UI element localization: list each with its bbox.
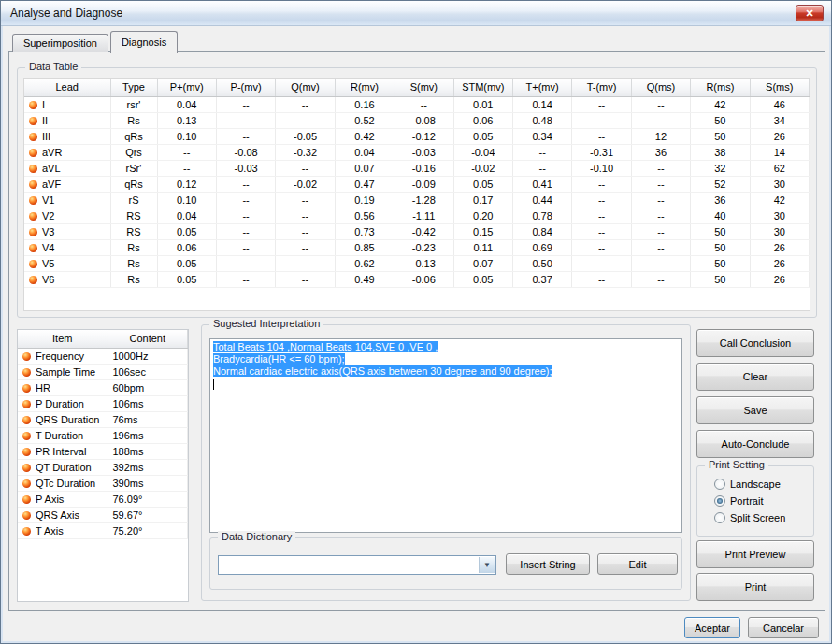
list-item[interactable]: T Duration 196ms	[18, 427, 188, 443]
tab-diagnosis[interactable]: Diagnosis	[110, 31, 178, 53]
print-option[interactable]: Portrait	[714, 494, 763, 507]
column-header[interactable]: Q(mv)	[276, 79, 335, 96]
table-row[interactable]: V2 RS 0.04 -- -- 0.56 -1.11 0.20 0.78 --	[24, 208, 810, 223]
table-row[interactable]: V5 Rs 0.05 -- -- 0.62 -0.13 0.07 0.50 --	[24, 255, 810, 271]
cell-q-ms: --	[631, 176, 690, 192]
clear-button[interactable]: Clear	[696, 363, 814, 391]
save-button[interactable]: Save	[696, 396, 814, 424]
column-header[interactable]: R(ms)	[691, 79, 750, 96]
column-header[interactable]: T-(mv)	[572, 79, 631, 96]
lead-label: aVR	[42, 147, 62, 158]
cell-stm: 0.05	[453, 176, 512, 192]
table-row[interactable]: II Rs 0.13 -- -- 0.52 -0.08 0.06 0.48 --	[24, 112, 810, 128]
list-item[interactable]: QRS Axis 59.67°	[18, 507, 188, 522]
column-header[interactable]: S(ms)	[750, 79, 809, 96]
cell-p-minus: --	[216, 208, 275, 223]
cell-r-mv: 0.52	[335, 112, 394, 128]
column-header[interactable]: R(mv)	[335, 79, 394, 96]
table-row[interactable]: aVL rSr' -- -0.03 -- 0.07 -0.16 -0.02 --…	[24, 160, 810, 176]
list-item[interactable]: QRS Duration 76ms	[18, 411, 188, 427]
list-item[interactable]: Sample Time 106sec	[18, 364, 188, 379]
cell-p-minus: --	[216, 239, 275, 255]
radio-icon[interactable]	[714, 512, 725, 523]
lead-bullet-icon	[29, 133, 37, 141]
table-row[interactable]: I rsr' 0.04 -- -- 0.16 -- 0.01 0.14 -- -	[24, 96, 810, 112]
table-row[interactable]: aVR Qrs -- -0.08 -0.32 0.04 -0.03 -0.04 …	[24, 144, 810, 160]
cell-p-plus: 0.10	[157, 128, 216, 144]
list-item[interactable]: P Axis 76.09°	[18, 491, 188, 507]
data-dictionary-group-label: Data Dictionary	[218, 531, 295, 542]
list-item[interactable]: HR 60bpm	[18, 379, 188, 395]
close-button[interactable]: ✕	[796, 5, 824, 21]
cell-s-ms: 26	[750, 255, 809, 271]
column-header[interactable]: P+(mv)	[157, 79, 216, 96]
titlebar[interactable]: Analyse and Diagnose ✕	[1, 1, 831, 26]
cell-p-plus: 0.05	[157, 223, 216, 239]
table-row[interactable]: V1 rS 0.10 -- -- 0.19 -1.28 0.17 0.44 --	[24, 192, 810, 208]
cell-p-minus: --	[216, 223, 275, 239]
cell-r-ms: 50	[691, 271, 750, 287]
column-header[interactable]: Lead	[24, 79, 110, 96]
cell-t-plus: 0.69	[512, 239, 571, 255]
list-item[interactable]: Frequency 1000Hz	[18, 348, 188, 364]
table-row[interactable]: V3 RS 0.05 -- -- 0.73 -0.42 0.15 0.84 --	[24, 223, 810, 239]
edit-button[interactable]: Edit	[597, 553, 678, 575]
column-header[interactable]: P-(mv)	[216, 79, 275, 96]
table-row[interactable]: III qRs 0.10 -- -0.05 0.42 -0.12 0.05 0.…	[24, 128, 810, 144]
list-item[interactable]: QTc Duration 390ms	[18, 475, 188, 491]
cell-q-mv: -0.05	[276, 128, 335, 144]
action-column: Call Conclusion Clear Save Auto-Conclude…	[696, 329, 814, 602]
lead-bullet-icon	[29, 101, 37, 109]
cell-s-ms: 30	[750, 208, 809, 223]
call-conclusion-button[interactable]: Call Conclusion	[696, 329, 814, 357]
table-row[interactable]: V4 Rs 0.06 -- -- 0.85 -0.23 0.11 0.69 --	[24, 239, 810, 255]
print-preview-button[interactable]: Print Preview	[696, 540, 814, 568]
insert-string-button[interactable]: Insert String	[506, 553, 590, 575]
lead-label: II	[42, 115, 48, 126]
list-item[interactable]: T Axis 75.20°	[18, 522, 188, 538]
cell-t-minus: --	[572, 176, 631, 192]
lead-label: V1	[42, 194, 54, 206]
cell-s-mv: -0.09	[394, 176, 453, 192]
cell-s-ms: 30	[750, 176, 809, 192]
column-header[interactable]: STM(mv)	[453, 79, 512, 96]
cancel-button[interactable]: Cancelar	[748, 617, 819, 638]
interpretation-textbox[interactable]: Total Beats 104 ,Normal Beats 104,SVE 0 …	[209, 338, 682, 533]
list-item[interactable]: QT Duration 392ms	[18, 459, 188, 475]
column-header[interactable]: Item	[18, 330, 108, 348]
column-header[interactable]: T+(mv)	[512, 79, 571, 96]
list-item[interactable]: P Duration 106ms	[18, 395, 188, 411]
column-header[interactable]: S(mv)	[394, 79, 453, 96]
item-label: PR Interval	[36, 446, 86, 457]
list-item[interactable]: PR Interval 188ms	[18, 443, 188, 459]
cell-r-ms: 32	[691, 160, 750, 176]
print-option[interactable]: Landscape	[714, 478, 781, 490]
combobox-dropdown-button[interactable]: ▼	[479, 557, 495, 573]
cell-stm: 0.05	[453, 128, 512, 144]
table-row[interactable]: aVF qRs 0.12 -- -0.02 0.47 -0.09 0.05 0.…	[24, 176, 810, 192]
cell-p-minus: --	[216, 192, 275, 208]
radio-icon[interactable]	[714, 495, 725, 507]
auto-conclude-button[interactable]: Auto-Conclude	[696, 430, 814, 458]
radio-icon[interactable]	[714, 479, 725, 490]
cell-q-mv: --	[276, 160, 335, 176]
cell-q-mv: --	[276, 208, 335, 223]
print-button[interactable]: Print	[696, 573, 814, 601]
print-option[interactable]: Split Screen	[714, 511, 785, 523]
item-value: 76.09°	[108, 491, 188, 507]
item-bullet-icon	[22, 495, 31, 504]
item-bullet-icon	[22, 511, 31, 520]
item-label: P Axis	[36, 494, 64, 505]
accept-button[interactable]: Aceptar	[684, 617, 740, 638]
cell-type: rsr'	[110, 96, 157, 112]
radio-label: Portrait	[730, 495, 763, 507]
tab-superimposition[interactable]: Superimposition	[12, 34, 108, 52]
cell-q-ms: --	[631, 192, 690, 208]
column-header[interactable]: Content	[108, 330, 188, 348]
lead-label: V2	[42, 210, 54, 222]
dictionary-combobox[interactable]: ▼	[218, 555, 496, 575]
table-row[interactable]: V6 Rs 0.05 -- -- 0.49 -0.06 0.05 0.37 --	[24, 271, 810, 287]
column-header[interactable]: Q(ms)	[631, 79, 690, 96]
column-header[interactable]: Type	[110, 79, 157, 96]
cell-r-ms: 42	[691, 96, 750, 112]
